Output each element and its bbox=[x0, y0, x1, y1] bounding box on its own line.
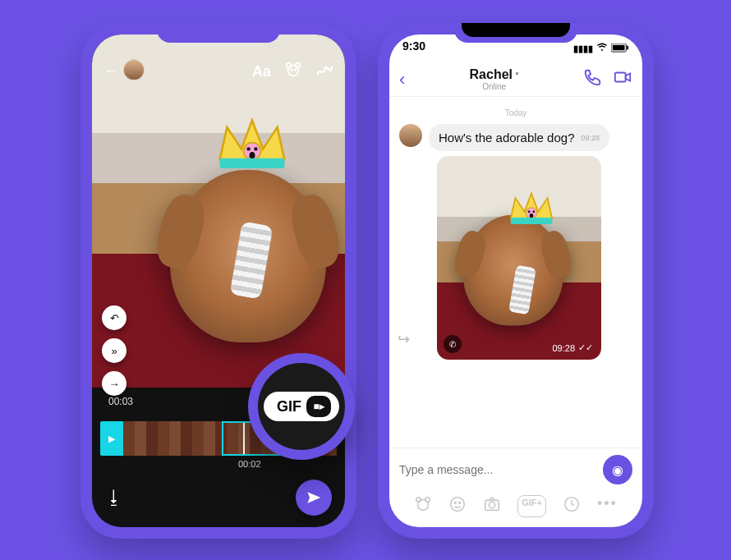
svg-rect-20 bbox=[511, 218, 552, 224]
more-dots-icon[interactable]: ••• bbox=[597, 495, 618, 517]
svg-point-24 bbox=[451, 498, 465, 512]
notch bbox=[157, 23, 280, 43]
phone-editor: ← Aa ↶ » → 00:03 GIF ■▸ ▶ bbox=[80, 23, 356, 539]
text-tool-button[interactable]: Aa bbox=[252, 63, 271, 80]
crown-sticker[interactable] bbox=[215, 117, 289, 174]
share-arrow-icon[interactable]: ↪ bbox=[398, 330, 410, 348]
svg-point-3 bbox=[254, 147, 257, 150]
svg-point-4 bbox=[250, 152, 255, 159]
message-input[interactable] bbox=[399, 463, 596, 476]
svg-point-8 bbox=[296, 63, 301, 68]
video-duration: 00:03 bbox=[108, 396, 133, 407]
svg-point-19 bbox=[530, 213, 533, 218]
editor-canvas[interactable] bbox=[92, 34, 345, 388]
wifi-icon bbox=[596, 43, 608, 54]
clock-icon[interactable] bbox=[563, 495, 581, 517]
gif-plus-button[interactable]: GIF+ bbox=[517, 495, 546, 517]
svg-rect-14 bbox=[615, 73, 626, 82]
svg-point-7 bbox=[287, 63, 292, 68]
message-composer: ◉ bbox=[389, 448, 642, 491]
skip-forward-button[interactable]: » bbox=[102, 338, 126, 363]
message-text: How's the adorable dog? bbox=[439, 131, 574, 145]
send-button[interactable] bbox=[296, 480, 332, 516]
back-arrow-icon[interactable]: ← bbox=[103, 62, 118, 80]
image-message[interactable]: ✆ 09:28 ✓✓ bbox=[437, 156, 601, 360]
crown-sticker bbox=[508, 191, 555, 228]
image-time: 09:28 bbox=[552, 343, 575, 353]
user-avatar[interactable] bbox=[123, 59, 145, 80]
bear-outline-icon[interactable] bbox=[414, 495, 432, 517]
gif-label: GIF bbox=[277, 398, 301, 415]
svg-point-10 bbox=[294, 69, 296, 71]
day-separator: Today bbox=[399, 108, 632, 117]
video-camera-icon: ■▸ bbox=[306, 396, 331, 417]
message-bubble[interactable]: How's the adorable dog? 09:28 bbox=[429, 124, 609, 151]
video-camera-icon[interactable] bbox=[613, 68, 632, 90]
clip-duration: 00:02 bbox=[238, 459, 261, 469]
sender-avatar[interactable] bbox=[399, 124, 422, 147]
scribble-icon[interactable] bbox=[315, 61, 333, 83]
magnifier-callout: GIF ■▸ bbox=[248, 353, 355, 460]
voice-message-button[interactable]: ◉ bbox=[603, 455, 632, 484]
notch bbox=[454, 23, 577, 43]
svg-point-28 bbox=[489, 502, 494, 507]
svg-point-9 bbox=[291, 69, 292, 71]
chat-header: ‹ Rachel ˅ Online bbox=[389, 62, 642, 97]
svg-point-25 bbox=[454, 502, 456, 503]
composer-toolbar: GIF+ ••• bbox=[389, 495, 642, 517]
message-row: How's the adorable dog? 09:28 bbox=[399, 124, 632, 151]
svg-point-18 bbox=[532, 210, 535, 213]
camera-outline-icon[interactable] bbox=[483, 495, 501, 517]
chevron-left-icon[interactable]: ‹ bbox=[399, 69, 405, 90]
status-time: 9:30 bbox=[402, 39, 425, 57]
timeline-play-button[interactable]: ▶ bbox=[100, 421, 123, 456]
chat-title[interactable]: Rachel bbox=[470, 67, 513, 81]
bear-icon[interactable] bbox=[284, 61, 302, 83]
next-button[interactable]: → bbox=[102, 371, 126, 396]
cellular-signal-icon: ▮▮▮▮ bbox=[573, 44, 593, 54]
chat-subtitle: Online bbox=[405, 82, 583, 91]
svg-rect-12 bbox=[613, 44, 625, 49]
svg-point-26 bbox=[459, 502, 461, 503]
download-button[interactable]: ⭳ bbox=[105, 487, 123, 508]
undo-button[interactable]: ↶ bbox=[102, 305, 126, 330]
viber-badge-icon: ✆ bbox=[444, 335, 462, 353]
phone-chat: 9:30 ▮▮▮▮ ‹ Rachel ˅ Online bbox=[378, 23, 654, 539]
svg-point-17 bbox=[528, 210, 531, 213]
svg-rect-13 bbox=[627, 45, 628, 49]
message-time: 09:28 bbox=[581, 134, 600, 142]
smiley-outline-icon[interactable] bbox=[448, 495, 467, 517]
phone-icon[interactable] bbox=[583, 68, 601, 90]
gif-video-toggle-zoom[interactable]: GIF ■▸ bbox=[264, 392, 339, 421]
svg-rect-5 bbox=[220, 158, 285, 168]
battery-icon bbox=[611, 44, 629, 54]
svg-point-2 bbox=[246, 147, 250, 150]
chevron-down-icon[interactable]: ˅ bbox=[513, 71, 519, 80]
double-check-icon: ✓✓ bbox=[578, 342, 593, 353]
chat-body[interactable]: Today How's the adorable dog? 09:28 ↪ ✆ bbox=[389, 100, 642, 457]
